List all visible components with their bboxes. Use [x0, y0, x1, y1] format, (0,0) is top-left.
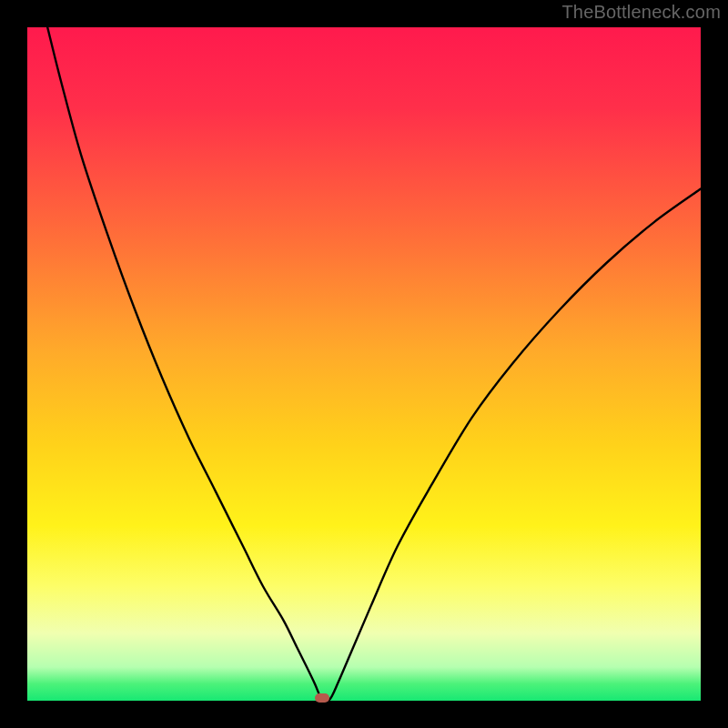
bottleneck-curve — [27, 27, 701, 701]
optimal-point-marker — [315, 693, 329, 703]
plot-area — [27, 27, 701, 701]
chart-frame: TheBottleneck.com — [0, 0, 728, 728]
watermark-text: TheBottleneck.com — [561, 2, 721, 23]
